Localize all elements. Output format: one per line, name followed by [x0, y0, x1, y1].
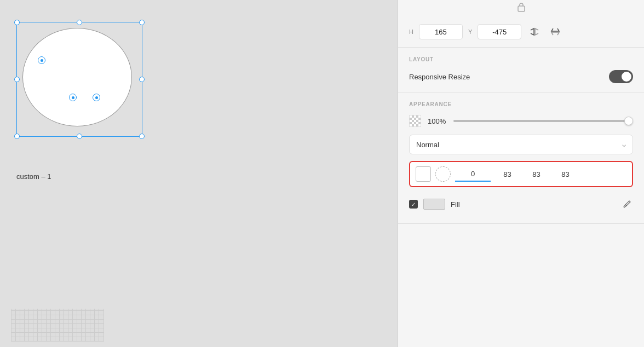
appearance-section-header: APPEARANCE	[409, 101, 633, 107]
fill-color-preview[interactable]	[423, 199, 445, 210]
svg-rect-0	[518, 6, 525, 11]
opacity-value: 100%	[428, 117, 447, 125]
responsive-resize-toggle[interactable]	[609, 70, 633, 83]
color-r-input[interactable]	[495, 166, 520, 182]
color-b-input[interactable]	[553, 166, 578, 182]
layer-label: custom – 1	[16, 172, 51, 181]
handle-middle-right[interactable]	[139, 77, 145, 82]
opacity-track	[453, 120, 633, 122]
inner-handle-1[interactable]	[38, 56, 45, 64]
flip-horizontal-btn[interactable]	[527, 24, 542, 39]
appearance-section: APPEARANCE 100% Normal ⌵	[398, 92, 644, 224]
blend-mode-value: Normal	[416, 141, 439, 149]
dimensions-row: H Y	[398, 19, 644, 47]
inner-handle-2[interactable]	[69, 94, 77, 101]
blend-mode-chevron: ⌵	[622, 141, 626, 148]
color-hex-input[interactable]	[455, 166, 491, 182]
fill-row: Fill	[409, 194, 633, 215]
handle-bottom-right[interactable]	[139, 134, 145, 139]
h-label: H	[409, 28, 413, 35]
color-row	[409, 161, 633, 187]
flip-vertical-btn[interactable]	[548, 24, 563, 39]
layout-section-header: LAYOUT	[409, 56, 633, 62]
color-g-input[interactable]	[524, 166, 549, 182]
lock-container	[398, 0, 644, 19]
handle-top-middle[interactable]	[77, 20, 82, 25]
opacity-row: 100%	[409, 115, 633, 127]
layout-section: LAYOUT Responsive Resize	[398, 48, 644, 92]
inner-handle-3[interactable]	[93, 94, 100, 101]
responsive-resize-label: Responsive Resize	[409, 73, 470, 81]
responsive-resize-row: Responsive Resize	[409, 70, 633, 83]
handle-bottom-left[interactable]	[14, 134, 20, 139]
layer-thumbnail	[11, 309, 104, 342]
blend-mode-dropdown[interactable]: Normal ⌵	[409, 135, 633, 154]
handle-middle-left[interactable]	[14, 77, 20, 82]
opacity-thumb[interactable]	[624, 117, 633, 125]
color-swatch-square[interactable]	[416, 166, 431, 182]
color-swatch-circle[interactable]	[435, 166, 451, 182]
h-input[interactable]	[419, 24, 463, 39]
y-label: Y	[468, 28, 472, 35]
fill-checkbox[interactable]	[409, 200, 418, 209]
y-input[interactable]	[478, 24, 521, 39]
handle-top-right[interactable]	[139, 20, 145, 25]
selection-box[interactable]	[16, 22, 142, 137]
lock-icon[interactable]	[518, 2, 525, 12]
right-panel: H Y LAYOUT Responsive Resize APPEAR	[398, 0, 644, 347]
canvas-content: custom – 1	[16, 22, 142, 137]
eyedropper-btn[interactable]	[621, 198, 633, 210]
fill-label: Fill	[451, 200, 460, 209]
shape-ellipse	[22, 28, 132, 126]
opacity-slider[interactable]	[453, 120, 633, 122]
opacity-icon	[409, 115, 421, 127]
handle-top-left[interactable]	[14, 20, 20, 25]
handle-bottom-middle[interactable]	[77, 134, 82, 139]
canvas-area: custom – 1	[0, 0, 398, 347]
